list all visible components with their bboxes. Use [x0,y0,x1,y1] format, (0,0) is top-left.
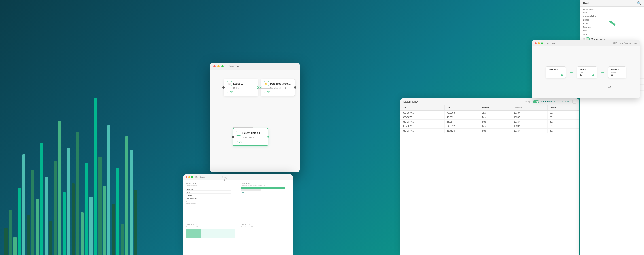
table-cell: 79.9303 [444,110,480,115]
node-left-connector3 [232,136,234,138]
script-node-1-title: 2023 field [548,68,563,71]
dash-max[interactable] [191,176,193,178]
data-preview-toggle-label: Data preview [541,100,555,103]
chart-bar [72,184,75,255]
data-table-container[interactable]: Fax GP Month OrderID Postal 089-0877...7… [400,105,579,255]
flow-canvas: 📅 Dates 1 Dates ✓OK 📁 Data files target … [210,70,300,172]
script-toggle-label: Script [526,100,531,103]
chart-bar [9,210,12,255]
node-datafiles-subtitle: Data files target [270,87,292,90]
table-cell: 80... [548,110,579,115]
loc-val [231,188,235,190]
dash-cell-postbox: Postbox Extract values 00 / Not extract … [238,180,293,221]
script-data-toggle[interactable] [533,100,539,103]
table-cell: 10337 [512,124,548,128]
table-cell: 40.902 [444,115,480,120]
cell-country-title: Country [241,224,290,226]
node-dates-title: Dates 1 [233,82,243,85]
minimize-btn[interactable] [217,65,220,67]
script-node-2-sub: ≡ All [580,71,594,73]
dashboard-panel: Dashboard Location Extract values 00 The… [183,174,293,255]
node-selectfields-status: OK [239,141,242,143]
flow-node-dates[interactable]: 📅 Dates 1 Dates ✓OK [224,79,258,96]
script-flow-app-title: Data flow [546,42,555,44]
node-datafiles-status: OK [266,91,270,94]
script-node-2[interactable]: String 1 ≡ All [577,66,597,78]
location-table: Thermal Metal Radio Photovoltaic [186,188,236,200]
col-header-postal: Postal [548,105,579,110]
bars-container [0,98,201,255]
data-table: Fax GP Month OrderID Postal 089-0877...7… [400,105,579,133]
chart-bar [49,222,52,255]
script-flow-titlebar: Data flow 2023 Data Analysis Proj [532,40,640,46]
min-dot[interactable] [538,42,540,44]
node-selectfields-title: Select fields 1 [242,132,260,135]
flow-node-datafiles[interactable]: 📁 Data files target 1 Data files target … [260,79,295,96]
table-cell: Feb [480,120,511,124]
node1-connector [561,74,563,76]
postbox-bars [241,188,290,190]
loc-val [231,191,235,194]
chart-bar [85,163,88,255]
preview-panel-title: Data preview [404,100,418,103]
close-dot[interactable] [535,42,537,44]
script-node-1[interactable]: 2023 field ≡ All [546,66,566,78]
chart-bar [58,121,61,255]
col-header-gp: GP [444,105,480,110]
sidebar-section-item[interactable]: Item [580,29,644,32]
bar-chart-visualization [0,98,201,255]
chart-bar [18,188,21,255]
cell-loadfield-subtitle: Extract values 00 [186,226,236,228]
flow-node-selectfields[interactable]: ≡ Select fields 1 ⋮ Select fields ✓OK [232,128,268,146]
cell-location-title: Location [186,182,236,184]
script-node-2-title: String 1 [580,68,594,71]
preview-settings-btn[interactable]: ⚙ [572,100,576,104]
sidebar-section-item[interactable]: Store [580,32,644,36]
fields-search-btn[interactable]: 🔍 [637,1,641,5]
chart-bar [27,215,30,255]
table-cell: 10337 [512,115,548,120]
table-cell: 10337 [512,128,548,133]
table-cell: 10337 [512,120,548,124]
table-cell: 80... [548,120,579,124]
cell-loadfield-title: Loadfield [186,224,236,226]
table-cell: 089-0877... [400,120,444,124]
table-row: 089-0877...48.96Feb1033780... [400,120,579,124]
table-row: 089-0877...79.9303Jan1033780... [400,110,579,115]
node3-connector [611,74,613,76]
refresh-button[interactable]: ↻ Refresh [556,100,571,104]
dash-cell-country: Country Extract values 00 [238,222,293,255]
table-cell: 80... [548,128,579,133]
postbox-detail-btn[interactable]: 100 → [241,192,290,194]
panel-title: Data Flow [226,63,243,70]
close-btn[interactable] [213,65,216,67]
svg-point-3 [624,23,626,24]
script-flow-project-title: 2023 Data Analysis Proj [613,42,637,44]
table-cell: 14.8512 [444,124,480,128]
dash-close[interactable] [186,176,188,178]
preview-titlebar: Data preview Script Data preview ↻ Refre… [400,98,579,105]
max-dot[interactable] [541,42,543,44]
dates-options[interactable]: ⋮ [215,79,218,83]
postbox-bar-2 [241,189,261,190]
chart-bar [4,228,8,255]
chart-bar [125,136,128,255]
node-right-connector3 [267,136,269,138]
dash-min[interactable] [188,176,190,178]
loadfield-chart [186,229,236,238]
table-cell: Feb [480,115,511,120]
table-cell: 089-0877... [400,110,444,115]
node-right-connector2 [294,86,296,88]
script-node-3[interactable]: Select 1 Fields [608,66,626,78]
node-options-btn[interactable]: ⋮ [262,131,265,135]
table-cell: Feb [480,128,511,133]
table-cell: Feb [480,124,511,128]
field-drag-handle: ⠿ [583,38,585,40]
refresh-icon: ↻ [558,100,560,103]
maximize-btn[interactable] [222,65,224,67]
col-header-month: Month [480,105,511,110]
script-flow-content: 2023 field ≡ All → String 1 ≡ All → Sele… [532,46,640,98]
chart-bar [22,154,26,255]
loadfield-bar [186,229,201,238]
dash-app-title: Dashboard [196,176,205,178]
